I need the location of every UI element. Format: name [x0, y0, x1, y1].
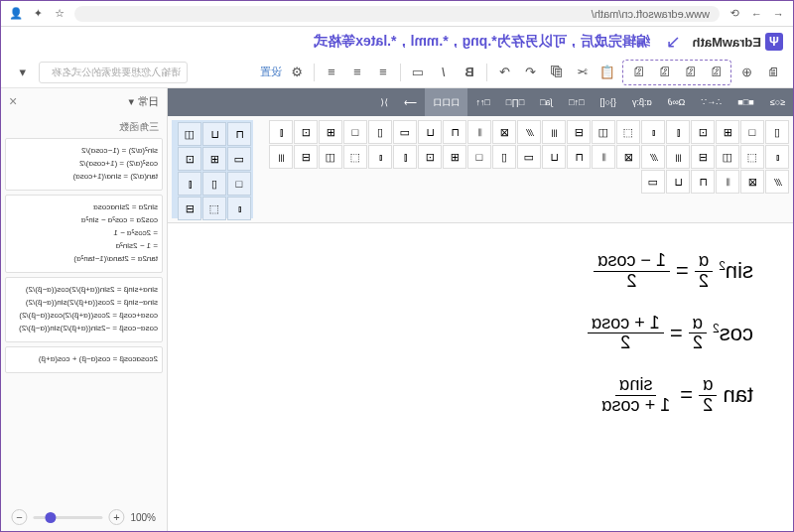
- symbol-cell[interactable]: ⊟: [691, 145, 715, 169]
- symbol-cell[interactable]: ⬚: [202, 197, 226, 220]
- add-button[interactable]: ⊕: [735, 62, 757, 83]
- symbol-cell[interactable]: ⊞: [443, 145, 466, 169]
- symbol-cell[interactable]: ▯: [765, 120, 789, 144]
- redo-button[interactable]: ↷: [493, 62, 515, 83]
- logo[interactable]: Ψ EdrawMath: [693, 33, 783, 51]
- settings-button[interactable]: ⚙: [286, 62, 308, 83]
- search-input[interactable]: 请输入您想要搜索的公式名称: [39, 62, 188, 83]
- new-file-button[interactable]: 🗎: [761, 62, 783, 83]
- italic-button[interactable]: I: [433, 62, 455, 83]
- symbol-cell[interactable]: ⫿: [393, 145, 417, 169]
- symbol-tab[interactable]: 口口口: [425, 88, 467, 116]
- formula-card[interactable]: sin²(α/2) = (1−cosα)/2cos²(α/2) = (1+cos…: [5, 138, 163, 191]
- symbol-cell[interactable]: ⫿: [269, 120, 293, 144]
- symbol-tab[interactable]: □∏□: [498, 88, 532, 116]
- symbol-cell[interactable]: ◫: [716, 145, 739, 169]
- symbol-cell[interactable]: ⊡: [418, 145, 442, 169]
- symbol-cell[interactable]: ⊡: [294, 120, 318, 144]
- symbol-tab[interactable]: Ω∞∂: [660, 88, 694, 116]
- symbol-cell[interactable]: ⊓: [227, 122, 251, 146]
- extension-icon[interactable]: ✦: [31, 7, 45, 21]
- symbol-cell[interactable]: ⫻: [765, 170, 789, 194]
- symbol-cell[interactable]: ◫: [178, 122, 201, 146]
- back-icon[interactable]: ←: [771, 7, 785, 21]
- zoom-slider[interactable]: [33, 516, 102, 519]
- copy-button[interactable]: 🗐: [545, 62, 567, 83]
- symbol-cell[interactable]: ⊠: [616, 145, 640, 169]
- symbol-cell[interactable]: ⫼: [542, 120, 566, 144]
- paste-button[interactable]: 📋: [596, 62, 618, 83]
- export-latex-button[interactable]: 🖻: [653, 62, 675, 83]
- symbol-cell[interactable]: ⊓: [443, 120, 466, 144]
- symbol-tab[interactable]: α:β:γ: [624, 88, 660, 116]
- symbol-cell[interactable]: ◫: [592, 120, 615, 144]
- symbol-cell[interactable]: □: [467, 145, 491, 169]
- symbol-cell[interactable]: ⊓: [691, 170, 715, 194]
- align-center-button[interactable]: ≡: [346, 62, 368, 83]
- symbol-cell[interactable]: ⫾: [227, 197, 251, 220]
- symbol-tab[interactable]: ∴←∵: [693, 88, 729, 116]
- symbol-cell[interactable]: ⦀: [716, 170, 739, 194]
- symbol-cell[interactable]: ⫻: [517, 120, 541, 144]
- symbol-cell[interactable]: ⬚: [616, 120, 640, 144]
- symbol-cell[interactable]: ⊟: [294, 145, 318, 169]
- star-icon[interactable]: ☆: [53, 7, 66, 21]
- symbol-cell[interactable]: ⫼: [666, 145, 690, 169]
- symbol-cell[interactable]: ▭: [641, 170, 665, 194]
- symbol-tab[interactable]: □↑□: [561, 88, 592, 116]
- bold-button[interactable]: B: [459, 62, 480, 83]
- settings-label[interactable]: 设置: [260, 65, 282, 79]
- symbol-cell[interactable]: ⦀: [467, 120, 491, 144]
- symbol-cell[interactable]: ⫾: [641, 120, 665, 144]
- symbol-cell[interactable]: ▯: [492, 145, 516, 169]
- equation-canvas[interactable]: sin2 α2 = 1 − cosα2 cos2 α2 = 1 + cosα2 …: [168, 223, 793, 531]
- symbol-cell[interactable]: ▭: [517, 145, 541, 169]
- symbol-tab[interactable]: □↑↑: [467, 88, 497, 116]
- zoom-in-button[interactable]: +: [108, 509, 124, 525]
- export-other-button[interactable]: 🖻: [627, 62, 649, 83]
- symbol-tab[interactable]: ∫a□: [532, 88, 561, 116]
- symbol-cell[interactable]: □: [227, 172, 251, 196]
- symbol-cell[interactable]: ⊔: [418, 120, 442, 144]
- slider-thumb[interactable]: [45, 512, 56, 523]
- symbol-cell[interactable]: ⊔: [542, 145, 566, 169]
- formula-card[interactable]: sinα+sinβ = 2sin((α+β)/2)cos((α−β)/2)sin…: [5, 277, 163, 342]
- symbol-cell[interactable]: ⊞: [716, 120, 739, 144]
- symbol-cell[interactable]: ⫼: [269, 145, 293, 169]
- export-mml-button[interactable]: 🖻: [679, 62, 701, 83]
- symbol-tab[interactable]: ≤○≥: [762, 88, 793, 116]
- align-right-button[interactable]: ≡: [321, 62, 342, 83]
- symbol-cell[interactable]: ⊓: [567, 145, 591, 169]
- symbol-cell[interactable]: ⫾: [765, 145, 789, 169]
- undo-button[interactable]: ↶: [519, 62, 541, 83]
- zoom-out-button[interactable]: −: [11, 509, 27, 525]
- symbol-cell[interactable]: ⊡: [178, 147, 201, 171]
- symbol-cell[interactable]: ⊠: [740, 170, 764, 194]
- symbol-cell[interactable]: ⊞: [202, 147, 226, 171]
- align-left-button[interactable]: ≡: [372, 62, 394, 83]
- formula-card[interactable]: sin2α = 2sinαcosαcos2α = cos²α − sin²α= …: [5, 195, 163, 273]
- profile-icon[interactable]: 👤: [9, 7, 23, 21]
- symbol-cell[interactable]: ⊠: [492, 120, 516, 144]
- symbol-tab[interactable]: ■□■: [729, 88, 761, 116]
- symbol-cell[interactable]: ⫿: [178, 172, 201, 196]
- symbol-cell[interactable]: ⦀: [592, 145, 615, 169]
- symbol-cell[interactable]: ⊔: [666, 170, 690, 194]
- symbol-cell[interactable]: ⬚: [740, 145, 764, 169]
- symbol-cell[interactable]: ⫾: [368, 145, 392, 169]
- reload-icon[interactable]: ⟳: [728, 7, 741, 21]
- symbol-cell[interactable]: ⊟: [567, 120, 591, 144]
- symbol-cell[interactable]: ◫: [319, 145, 342, 169]
- symbol-cell[interactable]: ⊟: [178, 197, 201, 220]
- symbol-cell[interactable]: ▯: [368, 120, 392, 144]
- symbol-cell[interactable]: ⬚: [343, 145, 367, 169]
- symbol-cell[interactable]: ⊔: [202, 122, 226, 146]
- symbol-cell[interactable]: ▯: [202, 172, 226, 196]
- export-png-button[interactable]: 🖻: [705, 62, 727, 83]
- symbol-cell[interactable]: □: [740, 120, 764, 144]
- symbol-cell[interactable]: ▭: [393, 120, 417, 144]
- symbol-cell[interactable]: ⊞: [319, 120, 342, 144]
- symbol-cell[interactable]: ⊡: [691, 120, 715, 144]
- symbol-cell[interactable]: ▭: [227, 147, 251, 171]
- formula-card[interactable]: 2cosαcosβ = cos(α−β) + cos(α+β): [5, 346, 163, 373]
